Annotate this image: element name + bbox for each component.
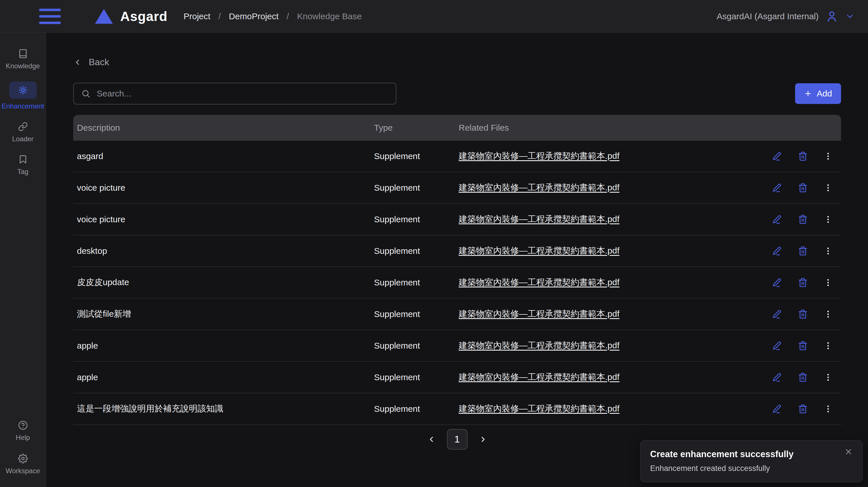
brand-logo: Asgard xyxy=(95,9,167,24)
account-menu[interactable]: AsgardAI (Asgard Internal) xyxy=(717,10,855,23)
pagination-page-1[interactable]: 1 xyxy=(447,429,468,450)
more-options-icon[interactable] xyxy=(824,278,832,287)
sun-icon xyxy=(18,85,28,95)
column-header-description: Description xyxy=(73,123,370,133)
edit-icon[interactable] xyxy=(772,214,782,224)
row-description: voice picture xyxy=(73,183,370,193)
sidebar: Knowledge Enhancement xyxy=(0,33,46,487)
close-icon[interactable] xyxy=(844,447,853,456)
chevron-left-icon xyxy=(73,58,82,67)
search-box xyxy=(73,83,396,104)
row-type: Supplement xyxy=(370,214,455,224)
more-options-icon[interactable] xyxy=(824,404,832,414)
account-label: AsgardAI (Asgard Internal) xyxy=(717,11,818,21)
breadcrumb-project[interactable]: Project xyxy=(183,11,210,21)
user-icon xyxy=(826,10,838,23)
back-button[interactable]: Back xyxy=(73,57,109,67)
row-type: Supplement xyxy=(370,404,455,414)
link-icon xyxy=(18,122,28,131)
row-type: Supplement xyxy=(370,341,455,351)
edit-icon[interactable] xyxy=(772,341,782,351)
trash-icon[interactable] xyxy=(798,214,808,224)
more-options-icon[interactable] xyxy=(824,151,832,161)
row-description: 這是一段增強說明用於補充說明該知識 xyxy=(73,403,370,415)
breadcrumb: Project / DemoProject / Knowledge Base xyxy=(183,11,362,21)
related-file-link[interactable]: 建築物室內裝修—工程承攬契約書範本.pdf xyxy=(459,246,619,255)
more-options-icon[interactable] xyxy=(824,309,832,319)
sidebar-item-loader[interactable]: Loader xyxy=(0,122,45,143)
related-file-link[interactable]: 建築物室內裝修—工程承攬契約書範本.pdf xyxy=(459,340,619,350)
row-actions xyxy=(761,404,841,414)
related-file-link[interactable]: 建築物室內裝修—工程承攬契約書範本.pdf xyxy=(459,404,619,413)
table-row: asgard Supplement 建築物室內裝修—工程承攬契約書範本.pdf xyxy=(73,141,841,172)
related-file-link[interactable]: 建築物室內裝修—工程承攬契約書範本.pdf xyxy=(459,183,619,192)
book-icon xyxy=(18,49,28,59)
trash-icon[interactable] xyxy=(798,246,808,256)
help-circle-icon xyxy=(18,420,28,430)
menu-hamburger-icon[interactable] xyxy=(39,8,61,25)
related-file-link[interactable]: 建築物室內裝修—工程承攬契約書範本.pdf xyxy=(459,309,619,318)
table-row: apple Supplement 建築物室內裝修—工程承攬契約書範本.pdf xyxy=(73,362,841,393)
edit-icon[interactable] xyxy=(772,246,782,256)
sidebar-item-label: Enhancement xyxy=(1,102,44,110)
enhancement-table: Description Type Related Files asgard Su… xyxy=(73,115,841,425)
sidebar-item-help[interactable]: Help xyxy=(0,420,45,442)
edit-icon[interactable] xyxy=(772,151,782,161)
row-actions xyxy=(761,309,841,319)
pagination-prev-button[interactable] xyxy=(426,434,437,445)
edit-icon[interactable] xyxy=(772,372,782,382)
more-options-icon[interactable] xyxy=(824,246,832,256)
row-description: desktop xyxy=(73,246,370,256)
sidebar-item-knowledge[interactable]: Knowledge xyxy=(0,49,45,70)
related-file-link[interactable]: 建築物室內裝修—工程承攬契約書範本.pdf xyxy=(459,277,619,287)
table-row: voice picture Supplement 建築物室內裝修—工程承攬契約書… xyxy=(73,172,841,204)
row-description: apple xyxy=(73,341,370,351)
trash-icon[interactable] xyxy=(798,341,808,351)
toast-message: Enhancement created successfully xyxy=(650,464,853,473)
edit-icon[interactable] xyxy=(772,404,782,414)
add-button[interactable]: Add xyxy=(795,83,841,104)
table-row: 這是一段增強說明用於補充說明該知識 Supplement 建築物室內裝修—工程承… xyxy=(73,393,841,425)
pagination-next-button[interactable] xyxy=(477,434,489,445)
more-options-icon[interactable] xyxy=(824,372,832,382)
edit-icon[interactable] xyxy=(772,183,782,193)
sidebar-item-tag[interactable]: Tag xyxy=(0,154,45,176)
trash-icon[interactable] xyxy=(798,309,808,319)
trash-icon[interactable] xyxy=(798,372,808,382)
main-content: Back Add Description Type Related Files xyxy=(46,33,868,487)
sidebar-item-enhancement[interactable]: Enhancement xyxy=(0,82,45,110)
related-file-link[interactable]: 建築物室內裝修—工程承攬契約書範本.pdf xyxy=(459,151,619,160)
trash-icon[interactable] xyxy=(798,183,808,193)
toast-title: Create enhancement successfully xyxy=(650,449,853,459)
breadcrumb-demoproject[interactable]: DemoProject xyxy=(229,11,278,21)
related-file-link[interactable]: 建築物室內裝修—工程承攬契約書範本.pdf xyxy=(459,214,619,224)
triangle-logo-icon xyxy=(95,9,113,24)
sidebar-item-workspace[interactable]: Workspace xyxy=(0,454,45,475)
row-description: 皮皮皮update xyxy=(73,276,370,288)
table-body: asgard Supplement 建築物室內裝修—工程承攬契約書範本.pdf xyxy=(73,141,841,425)
edit-icon[interactable] xyxy=(772,278,782,287)
bookmark-icon xyxy=(18,154,28,164)
edit-icon[interactable] xyxy=(772,309,782,319)
row-actions xyxy=(761,278,841,287)
more-options-icon[interactable] xyxy=(824,214,832,224)
brand-name: Asgard xyxy=(120,9,167,24)
sidebar-footer: Help Workspace xyxy=(0,420,45,487)
trash-icon[interactable] xyxy=(798,278,808,287)
breadcrumb-knowledge-base: Knowledge Base xyxy=(297,11,362,21)
more-options-icon[interactable] xyxy=(824,183,832,193)
search-input[interactable] xyxy=(97,89,389,98)
table-row: 皮皮皮update Supplement 建築物室內裝修—工程承攬契約書範本.p… xyxy=(73,267,841,299)
related-file-link[interactable]: 建築物室內裝修—工程承攬契約書範本.pdf xyxy=(459,372,619,382)
chevron-left-icon xyxy=(427,435,436,444)
table-header-row: Description Type Related Files xyxy=(73,115,841,141)
gear-icon xyxy=(18,454,28,463)
sidebar-item-label: Knowledge xyxy=(6,62,40,70)
trash-icon[interactable] xyxy=(798,404,808,414)
row-actions xyxy=(761,151,841,161)
trash-icon[interactable] xyxy=(798,151,808,161)
table-row: apple Supplement 建築物室內裝修—工程承攬契約書範本.pdf xyxy=(73,330,841,362)
row-type: Supplement xyxy=(370,372,455,382)
row-actions xyxy=(761,214,841,224)
more-options-icon[interactable] xyxy=(824,341,832,351)
